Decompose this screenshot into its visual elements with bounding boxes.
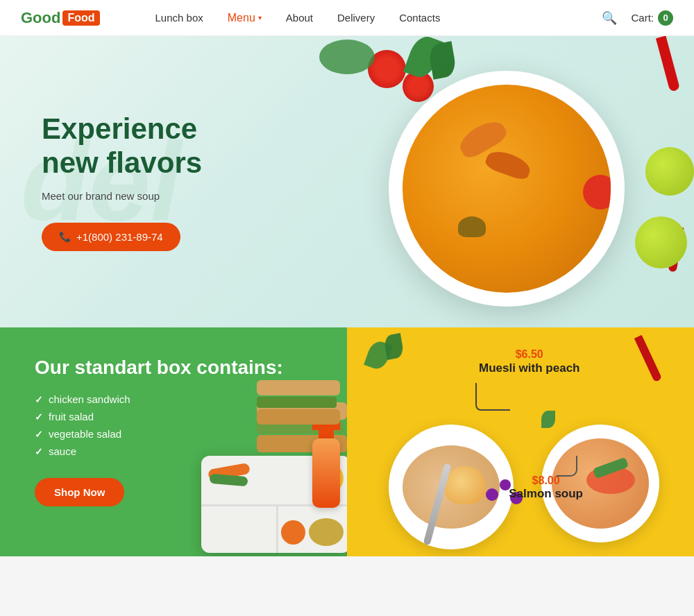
- list-item-label: vegetable salad: [49, 428, 121, 440]
- logo-good: Good: [21, 9, 60, 27]
- mushroom: [458, 216, 486, 237]
- header: GoodFood Lunch box Menu ▾ About Delivery…: [0, 0, 694, 36]
- chili-yellow: [634, 335, 662, 383]
- shrimp-2: [484, 147, 533, 182]
- hero-section: del Experience new flavors Meet our bran…: [0, 36, 694, 327]
- herb-yellow-2: [383, 333, 405, 360]
- plate-inner: [403, 85, 611, 293]
- yellow-section: $6.50 Muesli with peach: [347, 327, 694, 556]
- bottom-row: Our standart box contains: ✓ chicken san…: [0, 327, 694, 556]
- lime-decoration-2: [635, 216, 687, 268]
- logo-food: Food: [62, 10, 99, 26]
- herbs-decoration: [319, 40, 375, 74]
- check-icon: ✓: [35, 429, 43, 440]
- cart-label: Cart:: [631, 12, 654, 24]
- salmon-arrow: [557, 456, 577, 477]
- peach-slice: [444, 466, 486, 504]
- muesli-arrow: [475, 383, 510, 411]
- header-right: 🔍 Cart: 0: [602, 10, 673, 26]
- shop-now-button[interactable]: Shop Now: [35, 478, 124, 506]
- lime-decoration-1: [645, 147, 694, 196]
- phone-button[interactable]: 📞 +1(800) 231-89-74: [42, 223, 180, 251]
- cart[interactable]: Cart: 0: [631, 10, 673, 26]
- green-title: Our standart box contains:: [35, 355, 319, 379]
- logo[interactable]: GoodFood: [21, 9, 100, 27]
- plate-container: [375, 57, 638, 320]
- muesli-name: Muesli with peach: [479, 361, 579, 376]
- check-icon: ✓: [35, 411, 43, 422]
- list-item-label: chicken sandwich: [49, 393, 130, 405]
- navigation: Lunch box Menu ▾ About Delivery Contacts: [155, 12, 602, 24]
- bowl-content: [403, 445, 500, 529]
- phone-icon: 📞: [59, 231, 71, 242]
- nav-lunchbox[interactable]: Lunch box: [155, 12, 203, 24]
- lunchbox-image: [180, 383, 347, 556]
- hero-image-area: [243, 36, 694, 327]
- check-icon: ✓: [35, 446, 43, 457]
- hero-content: Experience new flavors Meet our brand ne…: [0, 112, 278, 251]
- tomato-slice: [583, 175, 611, 209]
- nav-menu[interactable]: Menu ▾: [228, 12, 262, 24]
- cart-badge: 0: [658, 10, 673, 26]
- nav-contacts[interactable]: Contacts: [399, 12, 440, 24]
- berry-1: [486, 488, 498, 501]
- nav-about[interactable]: About: [286, 12, 313, 24]
- check-icon: ✓: [35, 394, 43, 405]
- hero-title: Experience new flavors: [42, 112, 236, 180]
- muesli-label: $6.50 Muesli with peach: [479, 348, 579, 376]
- chili-decoration-1: [656, 36, 680, 92]
- search-icon[interactable]: 🔍: [602, 10, 617, 26]
- nav-delivery[interactable]: Delivery: [337, 12, 375, 24]
- salmon-name: Salmon soup: [509, 487, 583, 501]
- phone-number: +1(800) 231-89-74: [76, 231, 163, 243]
- hero-subtitle: Meet our brand new soup: [42, 190, 236, 202]
- nav-menu-label: Menu: [228, 12, 255, 24]
- list-item-label: sauce: [49, 445, 76, 457]
- muesli-price: $6.50: [479, 348, 579, 361]
- bowl-shape: [389, 425, 514, 549]
- green-section: Our standart box contains: ✓ chicken san…: [0, 327, 347, 556]
- plate: [389, 71, 625, 307]
- list-item-label: fruit salad: [49, 411, 94, 422]
- salmon-label: $8.00 Salmon soup: [509, 474, 583, 501]
- chevron-down-icon: ▾: [258, 14, 262, 22]
